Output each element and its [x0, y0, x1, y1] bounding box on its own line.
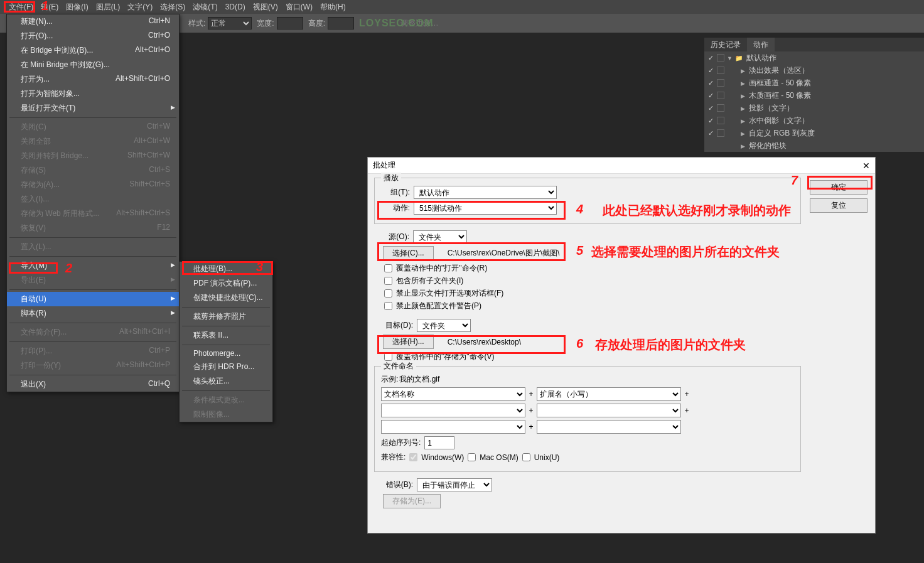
menu-3d[interactable]: 3D(D) — [222, 1, 249, 13]
save-as-button: 存储为(E)... — [383, 494, 441, 508]
menu-item: 文件简介(F)...Alt+Shift+Ctrl+I — [7, 325, 179, 340]
cb-suppress-color[interactable] — [384, 302, 392, 310]
menu-item[interactable]: 打开为智能对象... — [7, 87, 179, 101]
action-row[interactable]: 水中倒影（文字） — [704, 114, 924, 127]
start-seq-input[interactable] — [424, 436, 454, 449]
tab-actions[interactable]: 动作 — [747, 38, 775, 51]
cb-compat-mac[interactable] — [468, 453, 476, 461]
menu-edit[interactable]: 辑(E) — [37, 0, 62, 14]
action-label: 动作: — [381, 203, 410, 213]
disclosure-icon[interactable] — [727, 53, 733, 62]
choose-dest-button[interactable]: 选择(H)... — [383, 335, 434, 349]
submenu-item[interactable]: Photomerge... — [180, 347, 272, 360]
menu-image[interactable]: 图像(I) — [62, 0, 92, 14]
menu-item: 存储(S)Ctrl+S — [7, 163, 179, 178]
action-row[interactable]: 画框通道 - 50 像素 — [704, 77, 924, 89]
menu-file[interactable]: 文件(F) — [5, 0, 37, 14]
menu-type[interactable]: 文字(Y) — [124, 0, 156, 14]
action-row[interactable]: 自定义 RGB 到灰度 — [704, 127, 924, 139]
height-label: 高度: — [308, 18, 325, 29]
menu-item[interactable]: 在 Bridge 中浏览(B)...Alt+Ctrl+O — [7, 43, 179, 58]
source-select[interactable]: 文件夹 — [413, 230, 467, 244]
action-select[interactable]: 515测试动作 — [414, 201, 557, 215]
cb-suppress-color-label: 禁止颜色配置文件警告(P) — [396, 301, 481, 311]
toggle-box[interactable] — [717, 54, 724, 62]
menu-view[interactable]: 视图(V) — [249, 0, 282, 14]
folder-icon — [735, 53, 743, 62]
action-row[interactable]: 木质画框 - 50 像素 — [704, 89, 924, 102]
menu-item[interactable]: 最近打开文件(T) — [7, 101, 179, 115]
menu-item[interactable]: 打开为...Alt+Shift+Ctrl+O — [7, 72, 179, 87]
choose-source-button[interactable]: 选择(C)... — [383, 246, 434, 260]
menu-filter[interactable]: 滤镜(T) — [189, 0, 221, 14]
submenu-item: 限制图像... — [180, 407, 272, 422]
height-input[interactable] — [328, 17, 354, 29]
menu-item[interactable]: 退出(X)Ctrl+Q — [7, 377, 179, 392]
cb-suppress-open[interactable] — [384, 289, 392, 298]
menu-layer[interactable]: 图层(L) — [92, 0, 124, 14]
cb-compat-unix[interactable] — [522, 453, 530, 461]
tab-history[interactable]: 历史记录 — [704, 38, 747, 51]
cb-override-save[interactable] — [384, 353, 392, 361]
naming-2[interactable]: 扩展名（小写） — [537, 387, 681, 401]
menu-item[interactable]: 在 Mini Bridge 中浏览(G)... — [7, 58, 179, 72]
naming-fieldset: 文件命名 示例: 我的文档.gif 文档名称+ 扩展名（小写）+ + + + 起… — [374, 366, 801, 472]
width-input[interactable] — [277, 17, 303, 29]
cb-override-open[interactable] — [384, 264, 392, 272]
menu-window[interactable]: 窗口(W) — [282, 0, 316, 14]
cb-compat-win — [409, 453, 417, 461]
file-menu-dropdown: 新建(N)...Ctrl+N打开(O)...Ctrl+O在 Bridge 中浏览… — [6, 14, 180, 392]
errors-label: 错误(B): — [380, 480, 413, 490]
example-label: 示例: — [381, 374, 398, 385]
menu-item[interactable]: 自动(U) — [7, 292, 179, 306]
submenu-item[interactable]: 裁剪并修齐照片 — [180, 309, 272, 324]
menu-item[interactable]: 打开(O)...Ctrl+O — [7, 29, 179, 43]
naming-legend: 文件命名 — [381, 361, 416, 372]
naming-5[interactable] — [381, 420, 525, 434]
compat-unix-label: Unix(U) — [534, 453, 560, 462]
menu-item: 关闭(C)Ctrl+W — [7, 120, 179, 134]
set-label: 组(T): — [381, 187, 410, 198]
submenu-item[interactable]: PDF 演示文稿(P)... — [180, 276, 272, 291]
watermark: LOYSEO.COM — [359, 18, 433, 29]
compat-label: 兼容性: — [381, 452, 406, 463]
compat-mac-label: Mac OS(M) — [480, 453, 518, 462]
source-path: C:\Users\rex\OneDrive\图片\截图\ — [448, 248, 560, 259]
menu-item: 置入(L)... — [7, 240, 179, 254]
set-select[interactable]: 默认动作 — [414, 186, 557, 199]
naming-6[interactable] — [537, 420, 681, 434]
menu-help[interactable]: 帮助(H) — [316, 0, 350, 14]
close-icon[interactable]: ✕ — [862, 161, 870, 171]
menu-item[interactable]: 导入(M) — [7, 259, 179, 273]
dest-select[interactable]: 文件夹 — [417, 319, 471, 332]
submenu-item[interactable]: 合并到 HDR Pro... — [180, 360, 272, 374]
submenu-item[interactable]: 创建快捷批处理(C)... — [180, 291, 272, 305]
menu-item: 恢复(V)F12 — [7, 221, 179, 235]
menu-item[interactable]: 脚本(R) — [7, 306, 179, 321]
action-row[interactable]: 投影（文字） — [704, 102, 924, 114]
menu-item[interactable]: 新建(N)...Ctrl+N — [7, 14, 179, 29]
dest-path: C:\Users\rex\Desktop\ — [448, 338, 521, 346]
style-select[interactable]: 正常 — [208, 17, 252, 29]
reset-button[interactable]: 复位 — [810, 198, 868, 213]
errors-select[interactable]: 由于错误而停止 — [417, 478, 492, 491]
naming-1[interactable]: 文档名称 — [381, 387, 525, 401]
submenu-item[interactable]: 镜头校正... — [180, 374, 272, 389]
menu-select[interactable]: 选择(S) — [156, 0, 189, 14]
action-row[interactable]: 熔化的铅块 — [704, 139, 924, 152]
menu-item: 关闭全部Alt+Ctrl+W — [7, 134, 179, 149]
action-folder-row[interactable]: 默认动作 — [704, 51, 924, 64]
submenu-item[interactable]: 批处理(B)... — [180, 262, 272, 276]
menu-item: 签入(I)... — [7, 192, 179, 206]
naming-4[interactable] — [537, 404, 681, 417]
menu-bar: 文件(F) 辑(E) 图像(I) 图层(L) 文字(Y) 选择(S) 滤镜(T)… — [0, 0, 924, 14]
start-seq-label: 起始序列号: — [381, 437, 421, 448]
cb-include-sub[interactable] — [384, 277, 392, 285]
automate-submenu: 批处理(B)...PDF 演示文稿(P)...创建快捷批处理(C)...裁剪并修… — [179, 261, 273, 422]
action-row[interactable]: 淡出效果（选区） — [704, 64, 924, 77]
example-value: 我的文档.gif — [399, 374, 439, 385]
submenu-item[interactable]: 联系表 II... — [180, 328, 272, 343]
cb-suppress-open-label: 禁止显示文件打开选项对话框(F) — [396, 288, 503, 299]
ok-button[interactable]: 确定 — [810, 180, 868, 195]
naming-3[interactable] — [381, 404, 525, 417]
